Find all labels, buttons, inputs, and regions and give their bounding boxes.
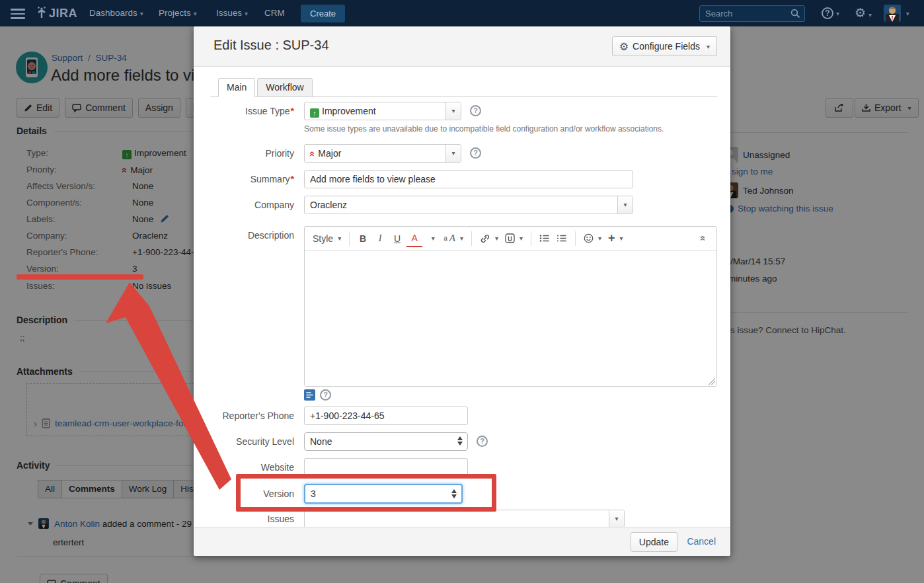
gear-icon: ⚙ <box>855 6 866 20</box>
font-size-menu[interactable]: aA▾ <box>441 230 466 247</box>
reporters-phone-input[interactable] <box>304 407 468 425</box>
editor-toolbar: Style▾ B I U A ▾ aA▾ ▾ ▾ ▾ +▾ « <box>305 227 716 251</box>
bullet-list-button[interactable] <box>537 230 553 247</box>
tabs-rule <box>210 97 717 97</box>
smiley-icon <box>584 233 594 243</box>
help-icon: ? <box>822 7 833 19</box>
security-level-select[interactable]: None <box>304 432 468 451</box>
plus-icon: + <box>608 231 615 245</box>
logo-text: JIRA <box>49 7 77 20</box>
chevron-down-icon: ▾ <box>707 43 710 50</box>
wiki-markup-icon[interactable] <box>304 389 315 401</box>
help-icon[interactable]: ? <box>477 436 488 447</box>
chevron-down-icon: ▾ <box>520 235 523 242</box>
chevron-down-icon[interactable]: ▾ <box>617 196 633 214</box>
configure-fields-button[interactable]: ⚙ Configure Fields ▾ <box>612 36 717 56</box>
search-box <box>699 5 805 22</box>
nav-issues[interactable]: Issues▾ <box>216 0 248 26</box>
chevron-down-icon: ▾ <box>620 235 623 242</box>
text-color-button[interactable]: A <box>406 230 422 247</box>
annotation-box <box>236 474 496 512</box>
search-input[interactable] <box>705 7 788 20</box>
nav-crm[interactable]: CRM <box>264 0 285 26</box>
field-row-issue-type: Issue Type* ↑Improvement ▾ ? <box>194 102 730 120</box>
double-chevron-up-icon: « <box>698 235 709 241</box>
collapse-toolbar-button[interactable]: « <box>695 230 711 247</box>
annotation-underline <box>17 274 143 280</box>
required-mark: * <box>291 174 294 184</box>
dialog-title: Edit Issue : SUP-34 <box>213 38 329 53</box>
underline-button[interactable]: U <box>389 230 405 247</box>
create-button[interactable]: Create <box>301 5 345 22</box>
dialog-header: Edit Issue : SUP-34 ⚙ Configure Fields ▾ <box>194 26 730 67</box>
dialog-tabs: Main Workflow <box>218 78 315 97</box>
update-button[interactable]: Update <box>631 532 677 552</box>
paperclip-icon <box>505 233 515 243</box>
help-menu[interactable]: ?▾ <box>822 0 839 26</box>
summary-input[interactable] <box>304 170 633 188</box>
resize-handle[interactable] <box>709 378 715 385</box>
admin-menu[interactable]: ⚙▾ <box>855 0 872 26</box>
chevron-down-icon[interactable]: ▾ <box>609 510 624 527</box>
style-menu[interactable]: Style▾ <box>310 230 344 247</box>
bullet-list-icon <box>539 234 550 243</box>
issue-type-help-text: Some issue types are unavailable due to … <box>304 124 664 134</box>
chevron-down-icon: ▾ <box>836 1 839 27</box>
chevron-down-icon: ▾ <box>460 235 463 242</box>
description-textarea[interactable] <box>305 251 716 386</box>
major-priority-icon: « <box>304 151 321 157</box>
tab-workflow[interactable]: Workflow <box>257 78 312 97</box>
company-select[interactable]: Oraclenz ▾ <box>304 196 633 214</box>
numbered-list-button[interactable] <box>554 230 570 247</box>
cancel-link[interactable]: Cancel <box>687 536 716 547</box>
link-icon <box>480 234 490 243</box>
help-icon[interactable]: ? <box>470 105 481 116</box>
field-row-priority: Priority «Major ▾ ? <box>194 144 730 163</box>
field-row-summary: Summary* <box>194 170 730 188</box>
jira-logo[interactable]: JIRA <box>36 0 77 26</box>
chevron-down-icon: ▾ <box>868 2 872 28</box>
priority-select[interactable]: «Major ▾ <box>304 144 461 163</box>
user-menu[interactable]: ▾ <box>884 0 909 26</box>
improvement-icon: ↑ <box>310 108 319 118</box>
top-navbar: JIRA Dashboards▾ Projects▾ Issues▾ CRM C… <box>0 0 924 26</box>
bold-button[interactable]: B <box>355 230 371 247</box>
chevron-down-icon[interactable]: ▾ <box>445 102 461 120</box>
chevron-down-icon: ▾ <box>906 1 909 27</box>
chevron-down-icon: ▾ <box>338 235 341 242</box>
tab-main[interactable]: Main <box>218 78 255 97</box>
emoji-button[interactable]: ▾ <box>581 230 604 247</box>
chevron-down-icon: ▾ <box>495 235 498 242</box>
chevron-down-icon: ▾ <box>598 235 601 242</box>
nav-projects[interactable]: Projects▾ <box>159 0 197 26</box>
issue-type-select[interactable]: ↑Improvement ▾ <box>304 102 461 120</box>
help-icon[interactable]: ? <box>320 389 331 401</box>
attach-button[interactable]: ▾ <box>502 230 525 247</box>
user-avatar <box>884 5 901 22</box>
chevron-down-icon: ▾ <box>194 1 197 27</box>
issues-select[interactable]: ▾ <box>304 510 625 528</box>
chevron-down-icon[interactable]: ▾ <box>424 230 440 247</box>
chevron-down-icon: ▾ <box>140 1 143 27</box>
italic-button[interactable]: I <box>372 230 388 247</box>
numbered-list-icon <box>557 234 567 243</box>
select-spinner-icon <box>457 436 463 446</box>
link-button[interactable]: ▾ <box>477 230 501 247</box>
page: JIRA Dashboards▾ Projects▾ Issues▾ CRM C… <box>0 0 924 583</box>
insert-more-button[interactable]: +▾ <box>605 230 626 247</box>
description-editor: Style▾ B I U A ▾ aA▾ ▾ ▾ ▾ +▾ « <box>304 226 717 387</box>
app-switcher-icon[interactable] <box>11 9 25 22</box>
field-row-issues: Issues ▾ <box>194 510 730 528</box>
gear-icon: ⚙ <box>619 40 629 53</box>
field-row-reporters-phone: Reporter's Phone <box>194 407 730 425</box>
field-row-company: Company Oraclenz ▾ <box>194 196 730 214</box>
required-mark: * <box>291 106 294 116</box>
dialog-footer: Update Cancel <box>194 527 730 556</box>
chevron-down-icon[interactable]: ▾ <box>445 145 461 162</box>
jira-mark-icon <box>36 7 47 19</box>
nav-dashboards[interactable]: Dashboards▾ <box>89 0 143 26</box>
field-row-security-level: Security Level None ? <box>194 432 730 451</box>
search-icon[interactable] <box>790 9 800 19</box>
chevron-down-icon: ▾ <box>245 1 248 27</box>
help-icon[interactable]: ? <box>470 147 481 159</box>
